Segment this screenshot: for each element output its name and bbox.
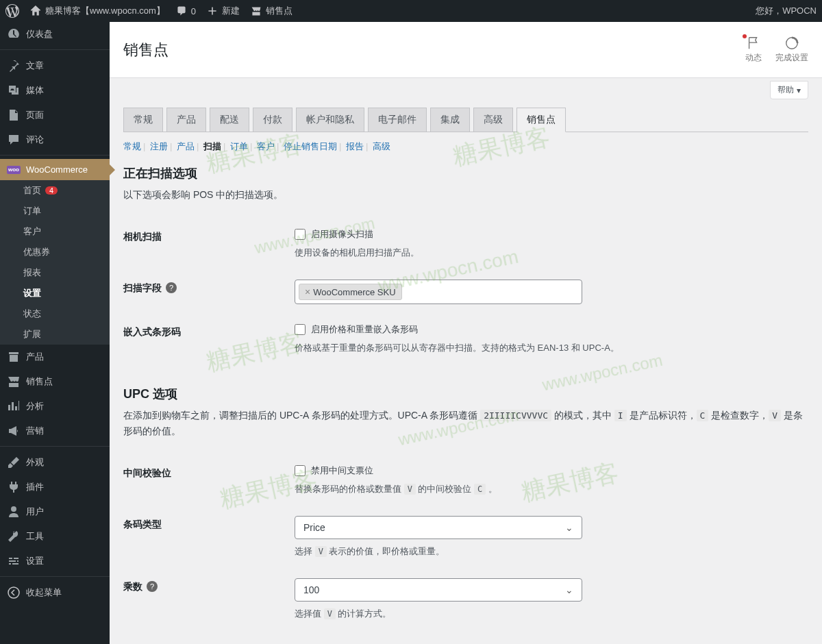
howdy-text: 您好，WPOCN xyxy=(756,5,817,17)
chevron-down-icon: ⌄ xyxy=(565,584,573,595)
menu-users[interactable]: 用户 xyxy=(0,499,110,524)
middle-check-checkbox[interactable] xyxy=(295,465,306,476)
camera-scanning-checkbox[interactable] xyxy=(295,229,306,240)
plug-icon xyxy=(7,480,21,494)
checkbox-camera-scanning[interactable]: 启用摄像头扫描 xyxy=(295,228,808,240)
tab-products[interactable]: 产品 xyxy=(166,108,206,132)
page-title: 销售点 xyxy=(123,40,169,60)
menu-posts[interactable]: 文章 xyxy=(0,53,110,78)
tab-pos[interactable]: 销售点 xyxy=(516,108,566,132)
subtab-customers[interactable]: 客户 xyxy=(257,141,275,151)
remove-tag-icon[interactable]: × xyxy=(305,286,310,297)
submenu-reports[interactable]: 报表 xyxy=(0,262,110,283)
menu-pages[interactable]: 页面 xyxy=(0,103,110,127)
subtab-general[interactable]: 常规 xyxy=(123,141,141,151)
help-toggle[interactable]: 帮助 ▾ xyxy=(770,81,808,99)
menu-products[interactable]: 产品 xyxy=(0,345,110,369)
menu-dashboard[interactable]: 仪表盘 xyxy=(0,22,110,47)
menu-comments[interactable]: 评论 xyxy=(0,127,110,152)
row-barcode-type: 条码类型 Price ⌄ 选择 V 表示的价值，即价格或重量。 xyxy=(123,506,808,569)
barcode-type-select[interactable]: Price ⌄ xyxy=(295,516,582,539)
tab-general[interactable]: 常规 xyxy=(123,108,163,132)
menu-collapse[interactable]: 收起菜单 xyxy=(0,580,110,605)
chart-icon xyxy=(7,399,21,413)
menu-analytics[interactable]: 分析 xyxy=(0,394,110,419)
help-tooltip-icon[interactable]: ? xyxy=(166,282,177,293)
scanning-fields-input[interactable]: × WooCommerce SKU xyxy=(295,280,582,304)
checkbox-middle-check[interactable]: 禁用中间支票位 xyxy=(295,465,808,477)
menu-settings[interactable]: 设置 xyxy=(0,549,110,573)
help-tooltip-icon[interactable]: ? xyxy=(147,581,158,592)
upc-options-heading: UPC 选项 xyxy=(123,386,808,402)
store-icon xyxy=(7,375,21,388)
pos-toolbar-link[interactable]: 销售点 xyxy=(251,5,292,17)
pin-icon xyxy=(7,59,21,73)
activity-button[interactable]: 动态 xyxy=(745,36,762,64)
submenu-home[interactable]: 首页 4 xyxy=(0,180,110,201)
comments-icon xyxy=(7,133,21,147)
desc-camera-scanning: 使用设备的相机启用扫描产品。 xyxy=(295,246,808,260)
home-icon xyxy=(30,5,41,16)
howdy-account[interactable]: 您好，WPOCN xyxy=(756,5,817,17)
dashboard-icon xyxy=(7,27,21,41)
menu-media[interactable]: 媒体 xyxy=(0,78,110,103)
pages-icon xyxy=(7,108,21,122)
wordpress-logo-icon[interactable] xyxy=(5,4,19,18)
tab-accounts[interactable]: 帐户和隐私 xyxy=(296,108,364,132)
subtab-reports[interactable]: 报告 xyxy=(346,141,364,151)
site-home-link[interactable]: 糖果博客【www.wpocn.com】 xyxy=(30,5,165,17)
chevron-down-icon: ▾ xyxy=(797,86,801,95)
submenu-orders[interactable]: 订单 xyxy=(0,201,110,221)
sub-tabs: 常规| 注册| 产品| 扫描| 订单| 客户| 停止销售日期| 报告| 高级 xyxy=(123,140,808,153)
tab-advanced[interactable]: 高级 xyxy=(473,108,513,132)
new-label: 新建 xyxy=(222,5,240,17)
multiplier-select[interactable]: 100 ⌄ xyxy=(295,578,582,602)
subtab-products[interactable]: 产品 xyxy=(177,141,195,151)
flag-icon xyxy=(746,36,761,51)
desc-barcode-type: 选择 V 表示的价值，即价格或重量。 xyxy=(295,545,808,559)
menu-woocommerce[interactable]: woo WooCommerce xyxy=(0,159,110,180)
woocommerce-icon: woo xyxy=(7,166,21,174)
subtab-end-of-sale[interactable]: 停止销售日期 xyxy=(284,141,337,151)
tab-shipping[interactable]: 配送 xyxy=(210,108,249,132)
desc-embedded-barcodes: 价格或基于重量的条形码可以从寄存器中扫描。支持的格式为 EAN-13 和 UPC… xyxy=(295,341,808,356)
tab-payments[interactable]: 付款 xyxy=(253,108,292,132)
menu-marketing[interactable]: 营销 xyxy=(0,419,110,443)
subtab-scanning[interactable]: 扫描 xyxy=(203,141,221,151)
menu-tools[interactable]: 工具 xyxy=(0,524,110,549)
row-camera-scanning: 相机扫描 启用摄像头扫描 使用设备的相机启用扫描产品。 xyxy=(123,219,808,270)
menu-pos[interactable]: 销售点 xyxy=(0,369,110,394)
tab-integration[interactable]: 集成 xyxy=(430,108,470,132)
row-scanning-fields: 扫描字段 ? × WooCommerce SKU xyxy=(123,270,808,314)
settings-tabs: 常规 产品 配送 付款 帐户和隐私 电子邮件 集成 高级 销售点 xyxy=(123,108,808,132)
finish-setup-button[interactable]: 完成设置 xyxy=(775,36,808,64)
desc-middle-check: 替换条形码的价格或数量值 V 的中间校验位 C 。 xyxy=(295,482,808,497)
label-middle-check: 中间校验位 xyxy=(123,465,295,497)
subtab-advanced[interactable]: 高级 xyxy=(373,141,390,151)
subtab-register[interactable]: 注册 xyxy=(150,141,168,151)
page-header: 销售点 动态 完成设置 xyxy=(110,22,822,78)
chevron-down-icon: ⌄ xyxy=(565,522,573,533)
tag-woocommerce-sku: × WooCommerce SKU xyxy=(299,284,402,300)
submenu-customers[interactable]: 客户 xyxy=(0,221,110,242)
subtab-orders[interactable]: 订单 xyxy=(230,141,248,151)
comments-link[interactable]: 0 xyxy=(176,5,196,16)
menu-plugins[interactable]: 插件 xyxy=(0,475,110,499)
pos-toolbar-label: 销售点 xyxy=(266,5,292,17)
row-multiplier: 乘数 ? 100 ⌄ 选择值 V 的计算方式。 xyxy=(123,569,808,631)
tab-emails[interactable]: 电子邮件 xyxy=(368,108,427,132)
embedded-barcodes-checkbox[interactable] xyxy=(295,324,306,335)
scanning-options-desc: 以下选项会影响 POS 中的扫描选项。 xyxy=(123,187,808,202)
menu-appearance[interactable]: 外观 xyxy=(0,450,110,475)
notification-dot-icon xyxy=(743,34,747,38)
new-content-link[interactable]: 新建 xyxy=(207,5,240,17)
submenu-coupons[interactable]: 优惠券 xyxy=(0,242,110,262)
submenu-status[interactable]: 状态 xyxy=(0,304,110,324)
plus-icon xyxy=(207,5,218,16)
checkbox-embedded-barcodes[interactable]: 启用价格和重量嵌入条形码 xyxy=(295,323,808,336)
submenu-extensions[interactable]: 扩展 xyxy=(0,324,110,345)
submenu-settings[interactable]: 设置 xyxy=(0,283,110,304)
admin-toolbar: 糖果博客【www.wpocn.com】 0 新建 销售点 您好，WPOCN xyxy=(0,0,822,22)
comments-count: 0 xyxy=(191,6,196,16)
label-multiplier: 乘数 ? xyxy=(123,578,295,621)
